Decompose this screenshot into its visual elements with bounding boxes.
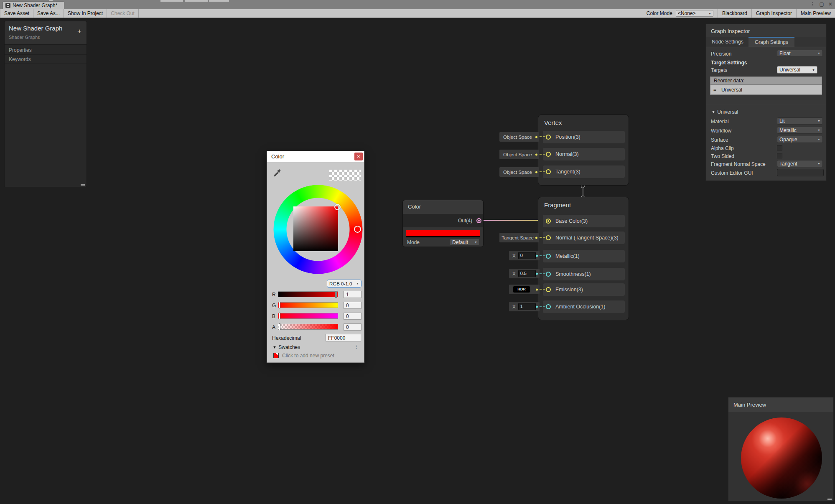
main-preview-header[interactable]: Main Preview (728, 397, 833, 413)
close-icon[interactable]: ✕ (828, 1, 832, 7)
add-preset-hint[interactable]: Click to add new preset (282, 353, 334, 359)
slot-normal[interactable]: Normal(3) (543, 148, 625, 160)
two-sided-checkbox[interactable] (777, 153, 782, 158)
slot-metallic[interactable]: Metallic(1) (543, 250, 625, 262)
port-smoothness-icon[interactable] (546, 272, 551, 277)
slot-base-color[interactable]: Base Color(3) (543, 215, 625, 227)
swatches-menu-icon[interactable]: ⋮ (354, 344, 359, 350)
add-property-button[interactable]: + (77, 27, 81, 36)
port-position-icon[interactable] (546, 135, 551, 140)
reorder-item-universal[interactable]: = Universal (710, 84, 822, 95)
edge-color-to-basecolor[interactable] (483, 220, 547, 221)
resize-handle[interactable] (81, 184, 85, 186)
chip-object-space[interactable]: Object Space (499, 167, 539, 177)
slider-a-thumb[interactable] (279, 323, 280, 330)
port-emission-icon[interactable] (546, 287, 551, 292)
dialog-titlebar[interactable]: Color ✕ (267, 151, 364, 162)
slider-b-value[interactable]: 0 (344, 313, 361, 320)
chip-metallic-input[interactable]: X 0 (509, 251, 540, 260)
chip-tangent-space[interactable]: Tangent Space (499, 233, 539, 242)
blackboard-toggle-button[interactable]: Blackboard (718, 9, 751, 18)
color-node[interactable]: Color Out(4) Mode Default ▼ (402, 200, 484, 247)
save-as-button[interactable]: Save As... (33, 9, 64, 18)
surface-dropdown[interactable]: Opaque ▼ (777, 136, 823, 143)
drag-handle-icon[interactable]: = (713, 85, 716, 95)
close-icon[interactable]: ✕ (354, 153, 363, 160)
saturation-value-box[interactable] (293, 206, 338, 251)
fragment-node[interactable]: Fragment Base Color(3) Normal (Tangent S… (538, 197, 629, 320)
material-dropdown[interactable]: Lit ▼ (777, 117, 823, 125)
port-metallic-icon[interactable] (546, 254, 551, 259)
tab-graph-settings[interactable]: Graph Settings (748, 37, 794, 47)
chip-smoothness-input[interactable]: X 0.5 (509, 269, 540, 278)
preset-swatch-icon[interactable] (273, 353, 279, 358)
slider-b-thumb[interactable] (279, 313, 280, 319)
eyedropper-icon[interactable] (272, 169, 281, 178)
chip-dash-connector (540, 273, 545, 274)
window-menu-icon[interactable]: ⋮ (810, 1, 815, 7)
resize-handle[interactable] (827, 499, 832, 500)
chip-object-space[interactable]: Object Space (499, 132, 539, 142)
alpha-clip-checkbox[interactable] (777, 145, 782, 150)
color-mode-dropdown[interactable]: <None> ▼ (676, 10, 713, 17)
slider-a-value[interactable]: 0 (344, 323, 361, 331)
port-ambient-occlusion-icon[interactable] (546, 304, 551, 309)
slider-g[interactable] (278, 302, 338, 308)
slot-ambient-occlusion[interactable]: Ambient Occlusion(1) (543, 300, 625, 313)
color-mode-format-dropdown[interactable]: RGB 0-1.0 ▼ (327, 280, 361, 288)
x-label: X (512, 253, 516, 258)
chip-label: Object Space (503, 135, 532, 140)
tab-node-settings[interactable]: Node Settings (708, 37, 747, 47)
smoothness-value-field[interactable]: 0.5 (518, 270, 536, 277)
slot-normal-tangent-space[interactable]: Normal (Tangent Space)(3) (543, 232, 625, 244)
slider-r-thumb[interactable] (335, 291, 337, 298)
hdr-color-field[interactable]: HDR (513, 286, 530, 293)
universal-foldout[interactable]: ▼ Universal (711, 109, 738, 115)
chip-object-space[interactable]: Object Space (499, 150, 539, 159)
slider-g-value[interactable]: 0 (344, 302, 361, 309)
slot-position[interactable]: Position(3) (543, 131, 625, 143)
custom-editor-gui-label: Custom Editor GUI (711, 170, 753, 176)
blackboard-subtitle: Shader Graphs (9, 35, 40, 40)
hexadecimal-input[interactable]: FF0000 (326, 334, 361, 341)
sv-cursor[interactable] (334, 204, 341, 210)
swatches-foldout[interactable]: ▼ Swatches (272, 344, 300, 350)
hue-cursor[interactable] (354, 226, 361, 233)
port-normal-icon[interactable] (546, 152, 551, 157)
graph-inspector-toggle-button[interactable]: Graph Inspector (751, 9, 796, 18)
ambient-occlusion-value-field[interactable]: 1 (518, 303, 536, 310)
chip-ambient-occlusion-input[interactable]: X 1 (509, 302, 540, 311)
slot-tangent[interactable]: Tangent(3) (543, 165, 625, 178)
blackboard-section-properties[interactable]: Properties (5, 46, 87, 55)
chip-emission-hdr[interactable]: HDR (509, 285, 540, 294)
tab-new-shader-graph[interactable]: New Shader Graph* (3, 1, 64, 9)
slider-r[interactable] (278, 291, 338, 297)
preview-sphere[interactable] (741, 417, 822, 499)
mode-dropdown[interactable]: Default ▼ (450, 239, 480, 246)
metallic-value-field[interactable]: 0 (518, 252, 536, 259)
slider-g-thumb[interactable] (279, 302, 280, 308)
background-tab-sliver (185, 0, 208, 2)
slider-a[interactable] (278, 324, 338, 330)
blackboard-section-keywords[interactable]: Keywords (5, 55, 87, 64)
color-picker-dialog: Color ✕ RGB 0-1.0 ▼ R 1 G 0 B 0 (267, 151, 364, 363)
color-swatch[interactable] (406, 230, 480, 236)
custom-editor-gui-field[interactable] (777, 169, 824, 176)
precision-dropdown[interactable]: Float ▼ (777, 50, 823, 57)
slider-r-value[interactable]: 1 (344, 291, 361, 298)
slot-emission[interactable]: Emission(3) (543, 283, 625, 296)
slider-b[interactable] (278, 313, 338, 319)
fragment-normal-space-dropdown[interactable]: Tangent ▼ (777, 160, 823, 167)
main-preview-toggle-button[interactable]: Main Preview (796, 9, 835, 18)
save-asset-button[interactable]: Save Asset (0, 9, 33, 18)
port-tangent-icon[interactable] (546, 169, 551, 174)
slot-smoothness[interactable]: Smoothness(1) (543, 268, 625, 280)
port-base-color-icon[interactable] (546, 219, 551, 224)
maximize-icon[interactable]: ▢ (820, 1, 824, 7)
show-in-project-button[interactable]: Show In Project (64, 9, 107, 18)
workflow-dropdown[interactable]: Metallic ▼ (777, 127, 823, 134)
vertex-node[interactable]: Vertex Position(3) Normal(3) Tangent(3) (538, 115, 629, 186)
targets-dropdown[interactable]: Universal ▼ (777, 66, 817, 74)
port-normal-icon[interactable] (546, 235, 551, 240)
port-out-icon[interactable] (476, 218, 481, 223)
